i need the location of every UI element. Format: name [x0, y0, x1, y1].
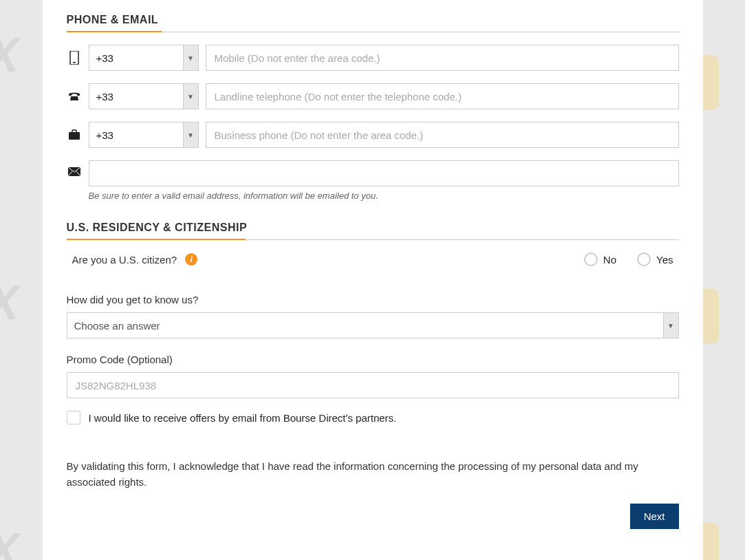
watermark-text: FX — [0, 523, 17, 560]
radio-yes[interactable]: Yes — [637, 252, 673, 266]
dropdown-icon: ▼ — [183, 84, 198, 109]
radio-circle-icon — [637, 252, 651, 266]
us-citizen-radio-group: No Yes — [584, 252, 673, 266]
form-container: PHONE & EMAIL +33 ▼ +33 ▼ +33 ▼ — [43, 0, 703, 560]
mobile-country-select[interactable]: +33 ▼ — [89, 45, 199, 71]
svg-rect-1 — [73, 62, 76, 63]
landline-country-code: +33 — [96, 91, 114, 103]
radio-circle-icon — [584, 252, 598, 266]
email-helper-text: Be sure to enter a valid email address, … — [89, 191, 679, 201]
briefcase-icon — [67, 129, 82, 140]
dropdown-icon: ▼ — [663, 313, 678, 338]
business-country-select[interactable]: +33 ▼ — [89, 122, 199, 148]
svg-rect-2 — [69, 132, 80, 140]
button-row: Next — [67, 504, 679, 529]
mobile-input[interactable] — [206, 45, 679, 71]
dropdown-icon: ▼ — [183, 45, 198, 70]
us-citizen-question: Are you a U.S. citizen? i — [72, 253, 198, 266]
email-row — [67, 160, 679, 186]
how-know-select[interactable]: Choose an answer ▼ — [67, 312, 679, 338]
next-button[interactable]: Next — [630, 504, 679, 529]
dropdown-icon: ▼ — [183, 122, 198, 147]
us-citizen-question-row: Are you a U.S. citizen? i No Yes — [67, 252, 679, 266]
landline-row: +33 ▼ — [67, 83, 679, 109]
mobile-country-code: +33 — [96, 52, 114, 64]
mobile-icon — [67, 51, 82, 65]
watermark-text: FX — [0, 28, 17, 83]
offers-checkbox-label: I would like to receive offers by email … — [89, 412, 397, 424]
business-row: +33 ▼ — [67, 122, 679, 148]
radio-no-label: No — [603, 254, 616, 266]
business-country-code: +33 — [96, 129, 114, 141]
how-know-label: How did you get to know us? — [67, 294, 679, 305]
section-title-us-residency: U.S. RESIDENCY & CITIZENSHIP — [67, 222, 679, 240]
how-know-value: Choose an answer — [74, 320, 160, 332]
email-icon — [67, 160, 82, 176]
email-input[interactable] — [89, 160, 679, 186]
offers-checkbox[interactable] — [67, 411, 80, 424]
section-title-phone-email: PHONE & EMAIL — [67, 14, 679, 32]
watermark-text: FX — [0, 275, 17, 330]
question-label: Are you a U.S. citizen? — [72, 254, 177, 266]
offers-checkbox-row: I would like to receive offers by email … — [67, 411, 679, 424]
business-input[interactable] — [206, 122, 679, 148]
landline-input[interactable] — [206, 83, 679, 109]
promo-label: Promo Code (Optional) — [67, 354, 679, 365]
info-icon[interactable]: i — [185, 253, 197, 266]
disclaimer-text: By validating this form, I acknowledge t… — [67, 459, 679, 490]
promo-input[interactable] — [67, 372, 679, 398]
radio-no[interactable]: No — [584, 252, 616, 266]
landline-icon — [67, 91, 82, 102]
mobile-row: +33 ▼ — [67, 45, 679, 71]
radio-yes-label: Yes — [656, 254, 673, 266]
landline-country-select[interactable]: +33 ▼ — [89, 83, 199, 109]
